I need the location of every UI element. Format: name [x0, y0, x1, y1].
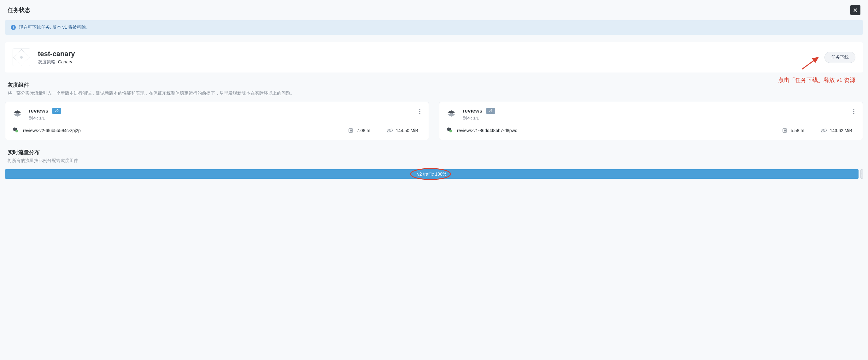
svg-line-1: [802, 57, 818, 69]
traffic-bar[interactable]: v2 traffic 100%: [5, 169, 859, 179]
svg-rect-10: [350, 130, 352, 131]
version-badge: v1: [486, 108, 495, 114]
replica-text: 副本: 1/1: [29, 116, 61, 121]
layers-icon: [446, 109, 456, 119]
more-menu-button[interactable]: [852, 108, 856, 116]
close-icon: [853, 7, 858, 12]
svg-marker-16: [447, 113, 455, 117]
section-desc-components: 将一部分实际流量引入一个新版本进行测试，测试新版本的性能和表现，在保证系统整体稳…: [5, 91, 863, 96]
modal-title: 任务状态: [7, 6, 30, 14]
gray-components-section: 灰度组件 将一部分实际流量引入一个新版本进行测试，测试新版本的性能和表现，在保证…: [5, 81, 863, 140]
cpu-icon: [348, 128, 353, 133]
svg-rect-23: [784, 130, 786, 131]
pod-row: reviews-v2-6f6b5b594c-zpj2p 7.08 m 144.5…: [12, 127, 422, 134]
svg-rect-11: [387, 129, 393, 132]
component-card-v2: reviews v2 副本: 1/1: [5, 102, 429, 140]
svg-point-6: [419, 113, 420, 114]
memory-icon: [387, 128, 393, 133]
replica-text: 副本: 1/1: [463, 116, 495, 121]
svg-point-4: [419, 109, 420, 110]
annotation-arrow: [800, 56, 822, 72]
task-header-left: test-canary 灰度策略: Canary: [12, 48, 75, 66]
cpu-value: 7.08 m: [357, 128, 370, 133]
component-name: reviews: [29, 108, 48, 114]
svg-marker-3: [13, 113, 21, 117]
svg-line-14: [391, 130, 391, 131]
svg-point-18: [853, 111, 854, 112]
traffic-section: 实时流量分布 将所有的流量按比例分配给灰度组件 v2 traffic 100%: [5, 149, 863, 179]
component-name: reviews: [463, 108, 482, 114]
info-banner: i 现在可下线任务, 版本 v1 将被移除。: [5, 20, 863, 35]
more-menu-button[interactable]: [418, 108, 422, 116]
section-title-traffic: 实时流量分布: [5, 149, 863, 156]
svg-point-5: [419, 111, 420, 112]
pod-status-icon: [446, 127, 453, 134]
more-vertical-icon: [419, 109, 421, 114]
traffic-bar-label: v2 traffic 100%: [417, 171, 446, 176]
pod-row: reviews-v1-86dd4f8bb7-d8pwd 5.58 m 143.6…: [446, 127, 856, 134]
svg-point-8: [16, 130, 18, 132]
pod-name: reviews-v1-86dd4f8bb7-d8pwd: [457, 128, 777, 133]
pod-name: reviews-v2-6f6b5b594c-zpj2p: [23, 128, 343, 133]
component-card-v1: reviews v1 副本: 1/1: [439, 102, 863, 140]
svg-line-13: [389, 130, 390, 131]
strategy-value: Canary: [58, 59, 72, 64]
task-name: test-canary: [38, 50, 75, 58]
app-icon: [12, 48, 30, 66]
info-icon: i: [11, 25, 16, 30]
cpu-value: 5.58 m: [791, 128, 804, 133]
svg-point-17: [853, 109, 854, 110]
memory-value: 144.50 MiB: [396, 128, 418, 133]
svg-point-21: [450, 130, 452, 132]
svg-line-27: [825, 130, 825, 131]
traffic-bar-wrapper: v2 traffic 100%: [5, 169, 863, 179]
memory-value: 143.62 MiB: [830, 128, 852, 133]
section-desc-traffic: 将所有的流量按比例分配给灰度组件: [5, 158, 863, 164]
task-offline-button[interactable]: 任务下线: [825, 52, 856, 63]
more-vertical-icon: [853, 109, 855, 114]
layers-icon: [12, 109, 22, 119]
close-button[interactable]: [850, 5, 861, 15]
pod-status-icon: [12, 127, 19, 134]
memory-icon: [821, 128, 827, 133]
task-strategy: 灰度策略: Canary: [38, 59, 75, 65]
traffic-drag-handle[interactable]: [861, 169, 863, 179]
task-header-card: test-canary 灰度策略: Canary 任务下线 点击「任务下线」释放…: [5, 42, 863, 72]
modal-header: 任务状态: [0, 0, 868, 20]
svg-rect-24: [821, 129, 827, 132]
cpu-icon: [782, 128, 787, 133]
version-badge: v2: [52, 108, 61, 114]
section-title-components: 灰度组件: [5, 81, 863, 89]
info-banner-text: 现在可下线任务, 版本 v1 将被移除。: [19, 25, 90, 30]
strategy-label: 灰度策略:: [38, 59, 58, 64]
svg-point-19: [853, 113, 854, 114]
svg-line-26: [823, 130, 824, 131]
components-grid: reviews v2 副本: 1/1: [5, 102, 863, 140]
